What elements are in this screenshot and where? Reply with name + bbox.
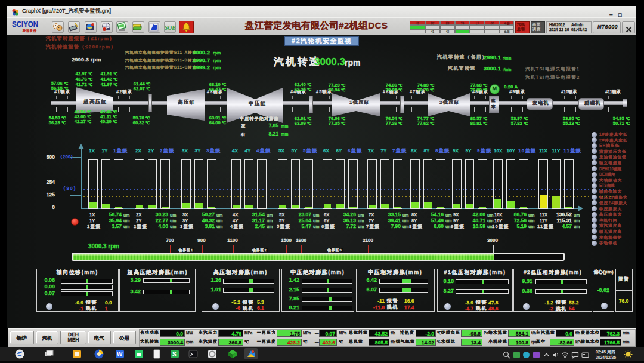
svg-text:SOB: SOB xyxy=(165,25,175,31)
svg-text:W: W xyxy=(117,351,123,358)
svg-text:S: S xyxy=(172,351,177,358)
